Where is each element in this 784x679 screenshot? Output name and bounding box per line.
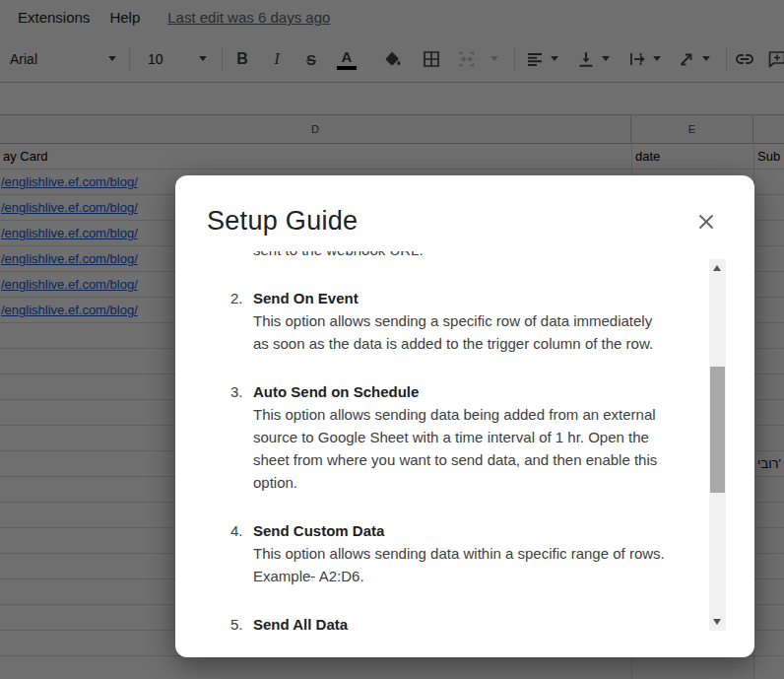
guide-partial-line: sent to the webhook URL.	[207, 251, 707, 261]
guide-item-number: 3.	[230, 380, 243, 403]
guide-scroll-area[interactable]: sent to the webhook URL. 2. Send On Even…	[207, 251, 707, 631]
guide-item-title: Send All Data	[253, 616, 348, 631]
setup-guide-dialog: Setup Guide sent to the webhook URL. 2. …	[175, 175, 754, 657]
dialog-title: Setup Guide	[207, 205, 358, 237]
guide-item-title: Send On Event	[253, 290, 359, 306]
guide-item-3: 3. Auto Send on Schedule This option all…	[207, 380, 707, 494]
scrollbar-up-icon[interactable]	[713, 265, 721, 271]
guide-item-title: Auto Send on Schedule	[253, 383, 419, 400]
guide-item-4: 4. Send Custom Data This option allows s…	[207, 519, 707, 587]
close-button[interactable]	[693, 209, 719, 235]
guide-item-number: 5.	[230, 613, 243, 631]
guide-content: sent to the webhook URL. 2. Send On Even…	[207, 251, 707, 631]
guide-item-number: 2.	[230, 287, 243, 309]
guide-item-description: This option allows sending data within a…	[253, 542, 707, 587]
guide-item-description: This option allows sending data being ad…	[253, 403, 707, 494]
guide-item-2: 2. Send On Event This option allows send…	[207, 287, 707, 355]
guide-item-number: 4.	[230, 519, 243, 542]
close-icon	[694, 210, 718, 234]
guide-item-5: 5. Send All Data	[207, 613, 707, 631]
scrollbar-thumb[interactable]	[710, 367, 725, 493]
guide-item-description: This option allows sending a specific ro…	[253, 309, 707, 355]
scrollbar-down-icon[interactable]	[713, 619, 721, 625]
guide-item-title: Send Custom Data	[253, 522, 384, 539]
dialog-scrollbar[interactable]	[709, 259, 726, 631]
